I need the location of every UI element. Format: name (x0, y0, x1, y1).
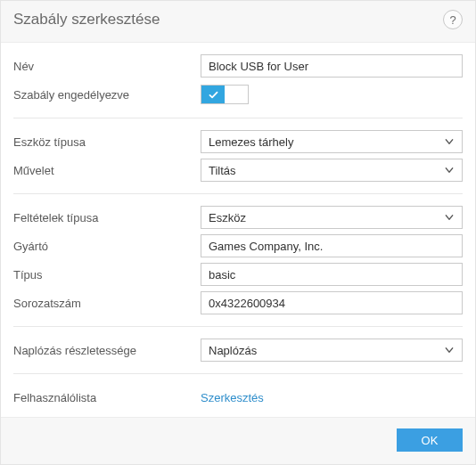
model-input[interactable] (201, 263, 463, 286)
check-icon (208, 89, 219, 101)
dialog-title: Szabály szerkesztése (13, 11, 160, 29)
titlebar: Szabály szerkesztése ? (1, 1, 475, 42)
divider (13, 193, 463, 194)
row-enabled: Szabály engedélyezve (13, 80, 463, 109)
chevron-down-icon (444, 212, 455, 223)
dialog-window: Szabály szerkesztése ? Név Szabály enged… (0, 0, 476, 465)
name-label: Név (13, 60, 201, 73)
log-level-select[interactable]: Naplózás (201, 339, 463, 362)
footer: OK (1, 417, 475, 464)
divider (13, 118, 463, 118)
action-select[interactable]: Tiltás (201, 159, 463, 182)
action-value: Tiltás (209, 164, 236, 177)
criteria-type-value: Eszköz (209, 211, 246, 224)
row-log-level: Naplózás részletessége Naplózás (13, 336, 463, 364)
divider (13, 373, 463, 374)
device-type-value: Lemezes tárhely (209, 135, 293, 149)
serial-input[interactable] (201, 291, 463, 314)
model-label: Típus (13, 268, 201, 281)
enabled-label: Szabály engedélyezve (13, 88, 201, 102)
help-button[interactable]: ? (443, 10, 463, 29)
userlist-label: Felhasználólista (13, 391, 201, 404)
device-type-select[interactable]: Lemezes tárhely (201, 130, 463, 153)
row-userlist: Felhasználólista Szerkesztés (13, 383, 463, 412)
content-area: Név Szabály engedélyezve (1, 42, 475, 417)
vendor-label: Gyártó (13, 240, 201, 253)
name-input[interactable] (201, 54, 463, 78)
serial-label: Sorozatszám (13, 297, 201, 310)
row-name: Név (13, 52, 463, 80)
row-model: Típus (13, 260, 463, 289)
row-vendor: Gyártó (13, 232, 463, 260)
criteria-type-select[interactable]: Eszköz (201, 206, 463, 229)
enabled-toggle[interactable] (201, 85, 249, 104)
row-action: Művelet Tiltás (13, 156, 463, 184)
row-serial: Sorozatszám (13, 289, 463, 317)
log-level-value: Naplózás (209, 344, 257, 357)
action-label: Művelet (13, 164, 201, 177)
ok-button-label: OK (422, 434, 439, 447)
vendor-input[interactable] (201, 234, 463, 257)
help-icon: ? (449, 13, 455, 27)
log-level-label: Naplózás részletessége (13, 344, 201, 357)
divider (13, 326, 463, 327)
chevron-down-icon (444, 165, 455, 175)
row-device-type: Eszköz típusa Lemezes tárhely (13, 127, 463, 156)
criteria-type-label: Feltételek típusa (13, 211, 201, 224)
row-criteria-type: Feltételek típusa Eszköz (13, 203, 463, 232)
chevron-down-icon (444, 345, 455, 355)
ok-button[interactable]: OK (397, 428, 463, 452)
device-type-label: Eszköz típusa (13, 135, 201, 149)
chevron-down-icon (444, 136, 455, 147)
userlist-edit-link[interactable]: Szerkesztés (201, 391, 264, 404)
